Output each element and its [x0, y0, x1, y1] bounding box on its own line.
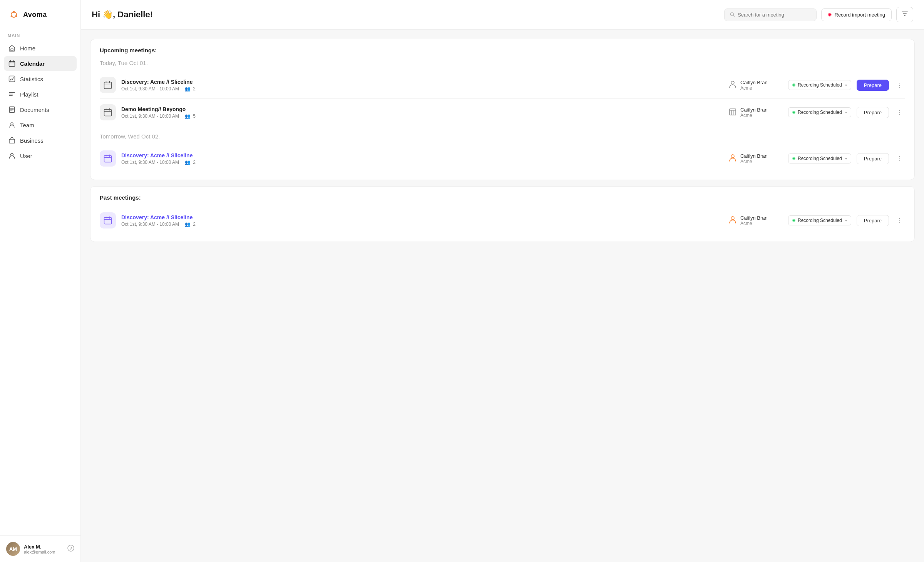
sidebar-item-business[interactable]: Business [4, 133, 77, 148]
sidebar-item-documents[interactable]: Documents [4, 102, 77, 117]
svg-point-19 [731, 155, 734, 158]
playlist-icon [8, 91, 15, 98]
person-icon [729, 80, 737, 90]
meeting-icon-wrap [100, 212, 116, 228]
assignee-company: Acme [740, 159, 768, 164]
person-icon [729, 215, 737, 225]
meeting-icon-wrap [100, 104, 116, 120]
meeting-row: Demo Meeting// Beyongo Oct 1st, 9:30 AM … [100, 99, 905, 126]
record-import-button[interactable]: Record import meeting [821, 8, 892, 21]
meeting-info: Demo Meeting// Beyongo Oct 1st, 9:30 AM … [121, 106, 723, 119]
help-icon[interactable] [67, 545, 74, 553]
user-info: Alex M. alex@gmail.com [24, 544, 64, 554]
status-label: Recording Scheduled [798, 156, 842, 161]
assignee-name: Caitlyn Bran [740, 153, 768, 159]
sidebar: Avoma MAIN Home [0, 0, 81, 562]
persons-icon: 👥 [185, 222, 191, 227]
meeting-meta: Oct 1st, 9:30 AM - 10:00 AM | 👥 2 [121, 86, 723, 92]
assignee-name: Caitlyn Bran [740, 80, 768, 85]
user-email: alex@gmail.com [24, 550, 64, 554]
sidebar-item-statistics[interactable]: Statistics [4, 72, 77, 86]
svg-rect-17 [730, 109, 736, 115]
building-icon [729, 107, 737, 117]
meeting-meta: Oct 1st, 9:30 AM - 10:00 AM | 👥 2 [121, 222, 723, 227]
status-label: Recording Scheduled [798, 218, 842, 223]
greeting: Hi 👋, Danielle! [92, 10, 153, 20]
prepare-button[interactable]: Prepare [857, 153, 889, 164]
main-content: Hi 👋, Danielle! Record import meeting Up… [81, 0, 924, 562]
search-icon [730, 12, 735, 17]
persons-icon: 👥 [185, 86, 191, 92]
record-import-label: Record import meeting [835, 12, 886, 18]
chevron-down-icon: ▾ [845, 157, 847, 161]
user-icon [8, 152, 15, 159]
more-options-button[interactable]: ⋮ [894, 107, 905, 118]
filter-button[interactable] [896, 7, 913, 22]
more-options-button[interactable]: ⋮ [894, 80, 905, 90]
persons-icon: 👥 [185, 113, 191, 119]
sidebar-nav: Home Calendar [0, 41, 80, 535]
avoma-logo-icon [8, 8, 20, 21]
meeting-title: Discovery: Acme // Sliceline [121, 79, 723, 85]
meeting-assignee: Caitlyn Bran Acme [729, 215, 783, 226]
meeting-title-link[interactable]: Discovery: Acme // Sliceline [121, 214, 723, 220]
sidebar-item-playlist[interactable]: Playlist [4, 87, 77, 102]
search-bar[interactable] [724, 8, 817, 21]
svg-rect-18 [104, 156, 112, 162]
meeting-row: Discovery: Acme // Sliceline Oct 1st, 9:… [100, 145, 905, 172]
meeting-meta: Oct 1st, 9:30 AM - 10:00 AM | 👥 5 [121, 113, 723, 119]
logo-text: Avoma [23, 11, 47, 19]
today-label: Today, Tue Oct 01. [100, 60, 905, 66]
svg-point-2 [13, 11, 15, 13]
sidebar-item-playlist-label: Playlist [20, 91, 38, 98]
svg-rect-20 [104, 218, 112, 224]
status-badge[interactable]: Recording Scheduled ▾ [788, 153, 851, 163]
meeting-title: Demo Meeting// Beyongo [121, 106, 723, 112]
meeting-info: Discovery: Acme // Sliceline Oct 1st, 9:… [121, 152, 723, 165]
person-icon [729, 153, 737, 163]
calendar-meeting-icon [104, 154, 112, 163]
sidebar-section-label: MAIN [0, 28, 80, 41]
assignee-company: Acme [740, 113, 768, 118]
svg-point-3 [11, 15, 13, 17]
prepare-button[interactable]: Prepare [857, 107, 889, 118]
meeting-assignee: Caitlyn Bran Acme [729, 107, 783, 118]
status-badge[interactable]: Recording Scheduled ▾ [788, 80, 851, 90]
sidebar-item-calendar[interactable]: Calendar [4, 56, 77, 71]
chevron-down-icon: ▾ [845, 83, 847, 87]
sidebar-item-statistics-label: Statistics [20, 76, 43, 82]
sidebar-item-home[interactable]: Home [4, 41, 77, 55]
more-options-button[interactable]: ⋮ [894, 153, 905, 164]
sidebar-item-user-label: User [20, 153, 32, 159]
svg-rect-7 [9, 76, 15, 82]
sidebar-item-team[interactable]: Team [4, 118, 77, 132]
more-options-button[interactable]: ⋮ [894, 215, 905, 226]
prepare-button[interactable]: Prepare [857, 215, 889, 226]
team-icon [8, 122, 15, 128]
meeting-row: Discovery: Acme // Sliceline Oct 1st, 9:… [100, 72, 905, 99]
svg-point-4 [15, 15, 17, 17]
status-badge[interactable]: Recording Scheduled ▾ [788, 107, 851, 117]
svg-point-21 [731, 217, 734, 220]
header-actions: Record import meeting [724, 7, 914, 22]
status-label: Recording Scheduled [798, 110, 842, 115]
assignee-company: Acme [740, 221, 768, 226]
tomorrow-label: Tomorrow, Wed Oct 02. [100, 133, 905, 140]
business-icon [8, 137, 15, 144]
sidebar-item-business-label: Business [20, 137, 44, 144]
svg-point-15 [731, 81, 734, 84]
status-dot [792, 83, 795, 87]
svg-rect-14 [104, 82, 112, 89]
sidebar-item-team-label: Team [20, 122, 34, 128]
status-label: Recording Scheduled [798, 82, 842, 88]
search-input[interactable] [738, 12, 810, 18]
record-dot-icon [828, 13, 832, 17]
assignee-name: Caitlyn Bran [740, 215, 768, 221]
meeting-title-link[interactable]: Discovery: Acme // Sliceline [121, 152, 723, 158]
prepare-button[interactable]: Prepare [857, 80, 889, 91]
past-meetings-section: Past meetings: Discovery: Acme // Slicel… [90, 186, 915, 242]
status-badge[interactable]: Recording Scheduled ▾ [788, 215, 851, 225]
meeting-meta: Oct 1st, 9:30 AM - 10:00 AM | 👥 2 [121, 160, 723, 165]
sidebar-item-user[interactable]: User [4, 148, 77, 163]
assignee-name: Caitlyn Bran [740, 107, 768, 113]
